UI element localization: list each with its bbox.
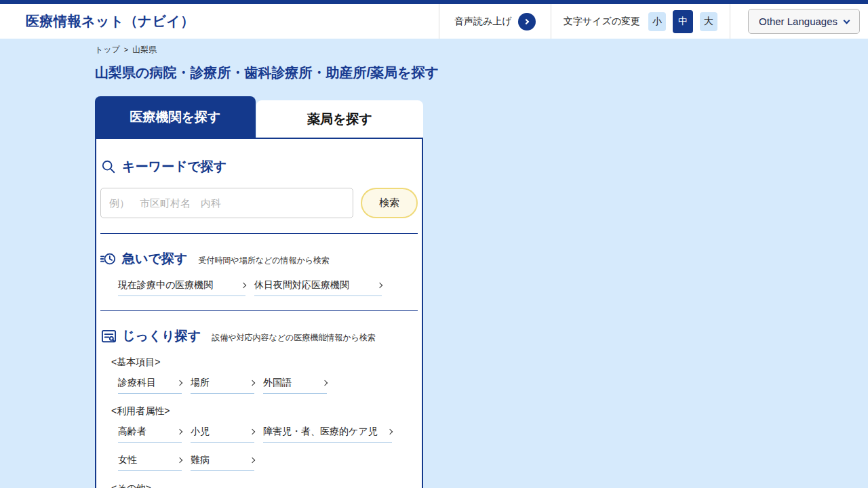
fast-clock-icon [100, 251, 117, 267]
keyword-section-title: キーワードで探す [122, 158, 226, 176]
chevron-right-icon [250, 458, 255, 463]
tab-medical-institutions[interactable]: 医療機関を探す [95, 96, 256, 138]
search-tabs: 医療機関を探す 薬局を探す [95, 96, 423, 138]
quick-search-section: 急いで探す 受付時間や場所などの情報から検索 現在診療中の医療機関 休日夜間対応… [100, 234, 418, 296]
header-controls: 音声読み上げ 文字サイズの変更 小 中 大 Other Languages [439, 4, 868, 39]
link-elderly[interactable]: 高齢者 [118, 426, 182, 443]
search-button[interactable]: 検索 [361, 188, 418, 218]
link-intractable-disease[interactable]: 難病 [191, 454, 254, 471]
quick-section-subtitle: 受付時間や場所などの情報から検索 [198, 252, 330, 266]
font-size-large-button[interactable]: 大 [700, 12, 717, 31]
breadcrumb-current: 山梨県 [132, 45, 157, 54]
link-medical-department[interactable]: 診療科目 [118, 377, 182, 394]
chevron-right-icon [250, 429, 255, 434]
page-title: 山梨県の病院・診療所・歯科診療所・助産所/薬局を探す [95, 64, 868, 82]
chevron-down-icon [844, 17, 850, 24]
chevron-right-icon [250, 380, 255, 386]
chevron-right-icon [177, 458, 182, 463]
keyword-search-section: キーワードで探す 検索 [100, 158, 418, 218]
chevron-right-icon [241, 283, 246, 288]
font-size-medium-button[interactable]: 中 [673, 10, 693, 33]
link-location[interactable]: 場所 [191, 377, 254, 394]
breadcrumb-link-home[interactable]: トップ [95, 45, 120, 54]
site-header: 医療情報ネット（ナビイ） 音声読み上げ 文字サイズの変更 小 中 大 Other… [0, 4, 868, 39]
group-label-other: <その他> [111, 483, 418, 488]
link-disabled-medical-care[interactable]: 障害児・者、医療的ケア児 [263, 426, 392, 443]
site-title[interactable]: 医療情報ネット（ナビイ） [0, 4, 195, 39]
chevron-right-icon [387, 429, 393, 434]
chevron-right-circle-icon [518, 13, 536, 30]
chevron-right-icon [322, 380, 328, 386]
keyword-search-input[interactable] [100, 188, 353, 218]
font-size-small-button[interactable]: 小 [648, 12, 666, 31]
other-languages-dropdown[interactable]: Other Languages [748, 9, 860, 34]
tab-pharmacies[interactable]: 薬局を探す [256, 100, 423, 138]
detail-search-section: じっくり探す 設備や対応内容などの医療機能情報から検索 <基本項目> 診療科目 … [100, 311, 418, 488]
chevron-right-icon [177, 380, 182, 386]
detail-section-title: じっくり探す [122, 327, 201, 345]
language-section: Other Languages [730, 4, 868, 39]
breadcrumb-separator: > [124, 45, 128, 54]
other-languages-label: Other Languages [759, 16, 837, 27]
detail-section-subtitle: 設備や対応内容などの医療機能情報から検索 [212, 329, 376, 344]
chevron-right-icon [177, 429, 182, 434]
main-content: トップ>山梨県 山梨県の病院・診療所・歯科診療所・助産所/薬局を探す 医療機関を… [0, 39, 868, 488]
chevron-right-icon [377, 283, 382, 288]
text-to-speech-label: 音声読み上げ [454, 16, 512, 28]
quick-section-title: 急いで探す [122, 250, 187, 268]
link-currently-open[interactable]: 現在診療中の医療機関 [118, 279, 245, 296]
link-foreign-language[interactable]: 外国語 [263, 377, 327, 394]
group-label-basic: <基本項目> [111, 357, 418, 369]
font-size-control: 文字サイズの変更 小 中 大 [551, 4, 730, 39]
font-size-label: 文字サイズの変更 [564, 16, 640, 28]
search-card: キーワードで探す 検索 急いで探す 受付時間や場所などの情報から検索 [95, 138, 423, 488]
link-holiday-night[interactable]: 休日夜間対応医療機関 [254, 279, 382, 296]
document-search-icon [100, 328, 117, 344]
group-label-user-attributes: <利用者属性> [111, 405, 418, 418]
breadcrumb: トップ>山梨県 [95, 39, 868, 56]
link-children[interactable]: 小児 [191, 426, 254, 443]
search-icon [100, 159, 117, 175]
link-women[interactable]: 女性 [118, 454, 182, 471]
text-to-speech-button[interactable]: 音声読み上げ [439, 4, 551, 39]
